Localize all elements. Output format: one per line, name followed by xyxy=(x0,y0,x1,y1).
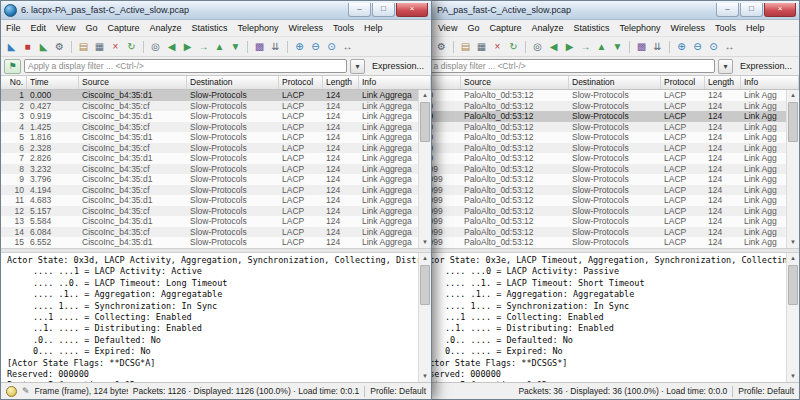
column-header-destination[interactable]: Destination xyxy=(187,76,279,89)
detail-line[interactable]: [Actor State Flags: **DCSG*A] xyxy=(7,358,418,369)
open-file-icon[interactable]: ▤ xyxy=(458,39,473,54)
close-file-icon[interactable]: × xyxy=(490,39,505,54)
packet-row[interactable]: 13185.999PaloAlto_0d:53:12Slow-Protocols… xyxy=(383,216,786,227)
packet-row[interactable]: 51.816CiscoInc_b4:35:d1Slow-ProtocolsLAC… xyxy=(1,132,418,143)
go-forward-icon[interactable]: ▶ xyxy=(562,39,577,54)
packet-row[interactable]: 146.084CiscoInc_b4:35:cfSlow-ProtocolsLA… xyxy=(1,227,418,238)
reload-file-icon[interactable]: ↻ xyxy=(506,39,521,54)
go-back-icon[interactable]: ◀ xyxy=(546,39,561,54)
packet-row[interactable]: 114.683CiscoInc_b4:35:d1Slow-ProtocolsLA… xyxy=(1,195,418,206)
detail-line[interactable]: 0... .... = Expired: No xyxy=(419,346,786,357)
detail-line[interactable]: ..1. .... = Distributing: Enabled xyxy=(7,323,418,334)
column-header-info[interactable]: Info xyxy=(359,76,431,89)
start-capture-icon[interactable]: ◣ xyxy=(4,39,19,54)
go-to-packet-icon[interactable]: → xyxy=(196,39,211,54)
packet-row[interactable]: 11155.999PaloAlto_0d:53:12Slow-Protocols… xyxy=(383,195,786,206)
find-packet-icon[interactable]: ◎ xyxy=(530,39,545,54)
go-first-icon[interactable]: ▲ xyxy=(212,39,227,54)
filter-dropdown-icon[interactable]: ▾ xyxy=(718,59,733,74)
menu-item-wireless[interactable]: Wireless xyxy=(284,23,329,33)
scroll-up-icon[interactable]: ▲ xyxy=(790,253,796,264)
detail-line[interactable]: .... .1.. = Aggregation: Aggregatable xyxy=(7,289,418,300)
packet-row[interactable]: 12156.999PaloAlto_0d:53:12Slow-Protocols… xyxy=(383,206,786,217)
detail-line[interactable]: ...1 .... = Collecting: Enabled xyxy=(7,312,418,323)
zoom-in-icon[interactable]: ⊕ xyxy=(674,39,689,54)
scroll-down-icon[interactable]: ▼ xyxy=(790,371,796,382)
detail-line[interactable]: ..1. .... = Distributing: Enabled xyxy=(419,323,786,334)
close-file-icon[interactable]: × xyxy=(108,39,123,54)
reload-file-icon[interactable]: ↻ xyxy=(124,39,139,54)
detail-line[interactable]: ...1 .... = Collecting: Enabled xyxy=(419,312,786,323)
packet-row[interactable]: 9125.999PaloAlto_0d:53:12Slow-ProtocolsL… xyxy=(383,174,786,185)
scroll-up-icon[interactable]: ▲ xyxy=(422,253,428,264)
menu-item-help[interactable]: Help xyxy=(741,23,770,33)
column-header-time[interactable]: Time xyxy=(27,76,79,89)
go-last-icon[interactable]: ▼ xyxy=(228,39,243,54)
scrollbar-thumb[interactable] xyxy=(420,102,430,142)
minimize-button[interactable]: – xyxy=(348,3,371,17)
detail-line[interactable]: .... 1... = Synchronization: In Sync xyxy=(419,301,786,312)
packet-row[interactable]: 10.000PaloAlto_0d:53:12Slow-ProtocolsLAC… xyxy=(383,90,786,101)
packet-row[interactable]: 10126.999PaloAlto_0d:53:12Slow-Protocols… xyxy=(383,185,786,196)
column-header-length[interactable]: Length xyxy=(705,76,741,89)
menu-item-view[interactable]: View xyxy=(433,23,462,33)
close-button[interactable]: × xyxy=(764,3,796,17)
detail-line[interactable]: .0.. .... = Defaulted: No xyxy=(7,335,418,346)
capture-comment-icon[interactable]: ✎ xyxy=(22,386,30,396)
menu-item-statistics[interactable]: Statistics xyxy=(568,23,614,33)
resize-columns-icon[interactable]: ↔ xyxy=(722,39,737,54)
maximize-button[interactable]: □ xyxy=(372,3,395,17)
status-profile[interactable]: Profile: Default xyxy=(370,386,426,396)
expression-button[interactable]: Expression... xyxy=(368,61,428,71)
menu-item-telephony[interactable]: Telephony xyxy=(232,23,283,33)
detail-line[interactable]: Reserved: 000000 xyxy=(419,369,786,380)
filter-bookmark-icon[interactable]: ⚑ xyxy=(4,59,21,74)
packet-row[interactable]: 64.999PaloAlto_0d:53:12Slow-ProtocolsLAC… xyxy=(383,143,786,154)
packet-row[interactable]: 15187.999PaloAlto_0d:53:12Slow-Protocols… xyxy=(383,237,786,248)
menu-item-edit[interactable]: Edit xyxy=(26,23,52,33)
detail-line[interactable]: [Actor State Flags: **DCSGS*] xyxy=(419,358,786,369)
scroll-down-icon[interactable]: ▼ xyxy=(790,237,796,248)
packet-row[interactable]: 30.919CiscoInc_b4:35:d1Slow-ProtocolsLAC… xyxy=(1,111,418,122)
capture-options-icon[interactable]: ⚙ xyxy=(52,39,67,54)
menu-item-capture[interactable]: Capture xyxy=(484,23,526,33)
details-scrollbar[interactable]: ▲ ▼ xyxy=(786,253,799,382)
menu-item-statistics[interactable]: Statistics xyxy=(186,23,232,33)
packet-row[interactable]: 93.796CiscoInc_b4:35:d1Slow-ProtocolsLAC… xyxy=(1,174,418,185)
capture-options-icon[interactable]: ⚙ xyxy=(434,39,449,54)
scrollbar-thumb[interactable] xyxy=(420,265,430,305)
title-bar[interactable]: 6. lacpx-PA_pas_fast-C_Active_slow.pcap … xyxy=(1,1,431,20)
scrollbar-track[interactable] xyxy=(787,101,799,237)
detail-line[interactable]: .... ..1. = LACP Timeout: Short Timeout xyxy=(419,278,786,289)
detail-line[interactable]: .... ...1 = LACP Activity: Active xyxy=(7,266,418,277)
go-first-icon[interactable]: ▲ xyxy=(594,39,609,54)
menu-item-view[interactable]: View xyxy=(51,23,80,33)
detail-line[interactable]: Reserved: 000000 xyxy=(7,369,418,380)
column-header-length[interactable]: Length xyxy=(323,76,359,89)
title-bar[interactable]: PA_pas_fast-C_Active_slow.pcap – □ × xyxy=(383,1,799,20)
scroll-down-icon[interactable]: ▼ xyxy=(422,237,428,248)
display-filter-input[interactable]: Apply a display filter ... <Ctrl-/> xyxy=(406,59,715,73)
expert-info-icon[interactable] xyxy=(6,386,17,397)
packet-row[interactable]: 156.552CiscoInc_b4:35:d1Slow-ProtocolsLA… xyxy=(1,237,418,248)
packet-row[interactable]: 42.999PaloAlto_0d:53:12Slow-ProtocolsLAC… xyxy=(383,122,786,133)
zoom-in-icon[interactable]: ⊕ xyxy=(292,39,307,54)
packet-row[interactable]: 41.425CiscoInc_b4:35:cfSlow-ProtocolsLAC… xyxy=(1,122,418,133)
column-header-info[interactable]: Info xyxy=(741,76,799,89)
go-last-icon[interactable]: ▼ xyxy=(610,39,625,54)
menu-item-go[interactable]: Go xyxy=(80,23,102,33)
packet-row[interactable]: 135.584CiscoInc_b4:35:d1Slow-ProtocolsLA… xyxy=(1,216,418,227)
detail-line[interactable]: .... ...0 = LACP Activity: Passive xyxy=(419,266,786,277)
column-header-destination[interactable]: Destination xyxy=(569,76,661,89)
menu-item-tools[interactable]: Tools xyxy=(328,23,359,33)
save-file-icon[interactable]: ▦ xyxy=(92,39,107,54)
packet-row[interactable]: 75.999PaloAlto_0d:53:12Slow-ProtocolsLAC… xyxy=(383,153,786,164)
scrollbar-thumb[interactable] xyxy=(788,265,798,305)
save-file-icon[interactable]: ▦ xyxy=(474,39,489,54)
packet-row[interactable]: 20.999PaloAlto_0d:53:12Slow-ProtocolsLAC… xyxy=(383,101,786,112)
menu-item-go[interactable]: Go xyxy=(462,23,484,33)
packet-row[interactable]: 53.999PaloAlto_0d:53:12Slow-ProtocolsLAC… xyxy=(383,132,786,143)
zoom-out-icon[interactable]: ⊖ xyxy=(308,39,323,54)
scroll-down-icon[interactable]: ▼ xyxy=(422,371,428,382)
auto-scroll-icon[interactable]: ⇊ xyxy=(650,39,665,54)
